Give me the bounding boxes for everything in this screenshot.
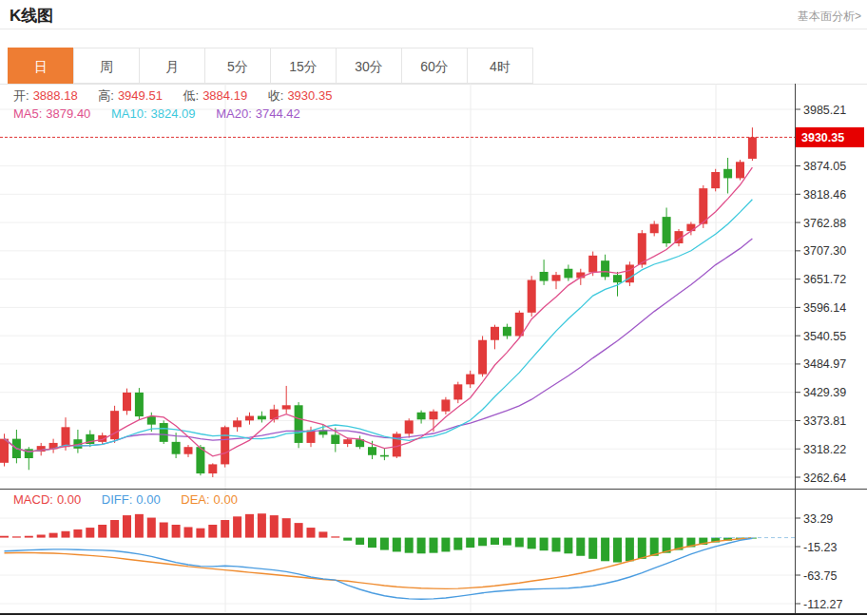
macd-bar-down <box>515 538 524 548</box>
candle-down <box>295 405 303 443</box>
axis-tick-label: 3484.97 <box>803 357 846 371</box>
candle-up <box>405 420 414 433</box>
ma-row: MA5:3879.40 MA10:3824.09 MA20:3744.42 <box>13 106 304 121</box>
price-tag-value: 3930.35 <box>801 131 844 144</box>
axis-tick-label: 3596.14 <box>803 301 846 315</box>
candle-up <box>466 375 474 385</box>
tab-min15[interactable]: 15分 <box>270 48 337 84</box>
candle-down <box>723 169 732 179</box>
tab-min30[interactable]: 30分 <box>336 48 402 84</box>
candle-up <box>552 275 561 280</box>
tab-month[interactable]: 月 <box>139 48 205 84</box>
diff-value: 0.00 <box>136 492 160 507</box>
macd-bar-up <box>331 536 339 537</box>
current-price-tag: 3930.35 <box>796 127 864 147</box>
dea-label: DEA: <box>181 492 209 507</box>
ma10-value: 3824.09 <box>151 106 196 121</box>
candle-up <box>123 393 131 411</box>
candle-up <box>441 399 450 411</box>
axis-tick-label: -63.75 <box>803 569 837 583</box>
macd-bar-up <box>196 529 204 538</box>
kline-chart[interactable]: 3985.213874.053818.463762.883707.303651.… <box>0 84 867 616</box>
macd-bar-down <box>356 538 364 545</box>
high-label: 高: <box>98 88 114 103</box>
fundamental-analysis-link[interactable]: 基本面分析> <box>798 9 861 25</box>
macd-bar-down <box>503 538 511 546</box>
macd-bar-up <box>135 514 144 538</box>
candle-down <box>160 423 168 442</box>
candle-up <box>748 137 757 159</box>
tab-min5[interactable]: 5分 <box>204 48 271 84</box>
close-label: 收: <box>268 88 284 103</box>
candle-down <box>196 447 204 473</box>
dea-value: 0.00 <box>214 492 238 507</box>
axis-tick-label: 3762.88 <box>803 217 846 230</box>
macd-bar-up <box>25 536 33 538</box>
candle-down <box>417 413 426 419</box>
macd-bar-up <box>37 534 46 537</box>
tab-week[interactable]: 周 <box>73 48 140 84</box>
macd-bar-down <box>466 538 474 549</box>
macd-bar-down <box>626 538 634 562</box>
gridlines <box>0 84 795 613</box>
ma10-label: MA10: <box>111 106 147 121</box>
macd-bar-up <box>245 514 254 538</box>
axis-tick-label: 3429.39 <box>803 386 846 399</box>
candle-up <box>282 405 291 409</box>
macd-bar-up <box>160 523 168 538</box>
close-value: 3930.35 <box>287 88 332 103</box>
macd-bar-up <box>86 528 94 538</box>
ohlc-row: 开:3888.18 高:3949.51 低:3884.19 收:3930.35 <box>13 87 336 105</box>
low-value: 3884.19 <box>202 88 247 103</box>
candle-down <box>172 442 181 454</box>
candle-up <box>208 464 217 473</box>
macd-bar-down <box>368 538 376 549</box>
candle-up <box>650 224 659 234</box>
candle-down <box>503 327 511 337</box>
axis-tick-label: 3651.72 <box>803 273 846 286</box>
macd-bar-down <box>417 538 426 554</box>
macd-bar-up <box>110 520 119 538</box>
macd-bar-down <box>576 538 585 556</box>
macd-bar-down <box>405 538 414 553</box>
macd-bar-up <box>184 527 193 537</box>
tab-hour4[interactable]: 4时 <box>467 48 533 84</box>
macd-bar-down <box>491 538 499 545</box>
macd-bar-down <box>441 538 450 552</box>
candle-up <box>699 188 707 223</box>
macd-bar-down <box>601 538 609 562</box>
candle-down <box>258 416 266 420</box>
macd-bar-up <box>221 520 229 538</box>
tab-bar: 日周月5分15分30分60分4时 <box>8 48 533 84</box>
open-value: 3888.18 <box>33 88 78 103</box>
candle-up <box>430 412 438 420</box>
candle-up <box>0 439 9 463</box>
macd-bar-up <box>123 515 131 537</box>
candle-up <box>233 420 241 427</box>
ma5-label: MA5: <box>13 106 42 121</box>
macd-bar-down <box>564 538 572 554</box>
macd-bar-up <box>0 536 9 538</box>
macd-bar-down <box>393 538 401 552</box>
macd-bar-up <box>208 525 217 538</box>
tab-min60[interactable]: 60分 <box>401 48 468 84</box>
candle-up <box>478 340 487 375</box>
candle-up <box>491 327 499 340</box>
candle-up <box>686 224 695 231</box>
macd-bar-down <box>343 538 352 541</box>
axis-tick-label: 3540.55 <box>803 330 846 343</box>
candle-up <box>62 427 70 447</box>
macd-bar-up <box>295 523 303 537</box>
ma5-value: 3879.40 <box>46 106 90 121</box>
header-divider <box>0 29 867 29</box>
macd-bar-down <box>430 538 438 553</box>
macd-bar-up <box>258 513 266 537</box>
macd-bar-down <box>613 538 622 563</box>
candle-up <box>711 172 720 188</box>
candle-up <box>307 431 316 443</box>
page-title: K线图 <box>10 5 53 27</box>
diff-label: DIFF: <box>102 492 133 507</box>
candle-down <box>331 434 339 444</box>
tab-day[interactable]: 日 <box>8 48 74 84</box>
candle-down <box>147 416 156 425</box>
